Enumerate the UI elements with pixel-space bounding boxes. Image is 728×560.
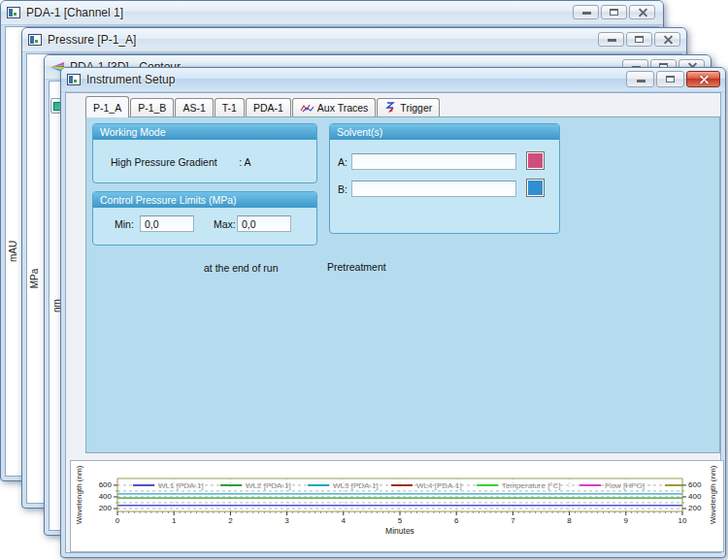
pressure-limits-group: Control Pressure Limits (MPa) Min: Max: xyxy=(92,191,317,246)
minimize-button[interactable] xyxy=(573,5,599,19)
instrument-setup-client: P-1_AP-1_BAS-1T-1PDA-1Aux TracesTrigger … xyxy=(65,92,721,553)
desktop: PDA-1 [Channel 1] mAU Pressure [P-1_A] M… xyxy=(0,0,728,560)
minimize-button[interactable] xyxy=(598,32,624,47)
tab-page-p1a: Working Mode High Pressure Gradient : A … xyxy=(85,116,720,453)
legend-label: WL4 [PDA-1] xyxy=(416,481,462,490)
minimize-button[interactable] xyxy=(626,71,654,87)
instrument-setup-icon xyxy=(67,74,82,85)
chromatogram-window-icon xyxy=(28,34,43,46)
titlebar-pda1-channel1[interactable]: PDA-1 [Channel 1] xyxy=(1,1,663,25)
maximize-button[interactable] xyxy=(626,32,652,47)
close-button[interactable] xyxy=(629,5,655,19)
tab-label: P-1_B xyxy=(138,102,166,114)
tab-p-1-b[interactable]: P-1_B xyxy=(130,98,174,116)
x-tick-label: 4 xyxy=(342,516,347,525)
tab-aux-traces[interactable]: Aux Traces xyxy=(292,98,377,116)
y-tick-label-right: 400 xyxy=(688,492,702,501)
close-button[interactable] xyxy=(654,32,680,47)
y-tick-label-right: 200 xyxy=(688,504,702,512)
min-pressure-input[interactable] xyxy=(140,215,194,232)
program-preview-pane: 012345678910200200400400600600WL1 [PDA-1… xyxy=(70,460,724,552)
legend-label: Flow [HPG] xyxy=(605,481,645,490)
tab-pda-1[interactable]: PDA-1 xyxy=(246,98,291,116)
tab-label: T-1 xyxy=(222,102,237,114)
x-tick-label: 6 xyxy=(454,516,459,525)
tab-t-1[interactable]: T-1 xyxy=(215,98,245,116)
chromatogram-window-icon xyxy=(7,7,21,18)
x-tick-label: 5 xyxy=(398,516,403,525)
min-label: Min: xyxy=(115,218,134,230)
x-tick-label: 2 xyxy=(228,516,233,525)
x-tick-label: 8 xyxy=(567,516,572,525)
tab-p-1-a[interactable]: P-1_A xyxy=(85,96,129,117)
solvent-a-input[interactable] xyxy=(351,153,516,170)
y-axis-title-left: Wavelength (nm) xyxy=(75,465,83,524)
x-tick-label: 9 xyxy=(624,516,629,525)
titlebar-pressure[interactable]: Pressure [P-1_A] xyxy=(22,28,686,52)
tab-label: AS-1 xyxy=(182,102,205,114)
y-axis-label: mAU xyxy=(8,241,18,262)
tab-label: Aux Traces xyxy=(317,102,369,114)
window-title: PDA-1 [Channel 1] xyxy=(26,6,123,19)
working-mode-group: Working Mode High Pressure Gradient : A xyxy=(92,123,317,183)
trigger-icon xyxy=(384,102,397,114)
y-tick-label-left: 200 xyxy=(99,504,113,512)
y-tick-label-right: 600 xyxy=(688,480,702,489)
window-title: Pressure [P-1_A] xyxy=(48,33,136,47)
tab-label: P-1_A xyxy=(93,102,121,114)
solvent-b-color-swatch[interactable] xyxy=(526,179,545,197)
setup-tab-strip: P-1_AP-1_BAS-1T-1PDA-1Aux TracesTrigger xyxy=(85,96,441,116)
max-pressure-input[interactable] xyxy=(237,215,291,232)
x-tick-label: 1 xyxy=(172,516,177,525)
x-tick-label: 7 xyxy=(511,516,515,525)
working-mode-label: High Pressure Gradient xyxy=(111,156,217,168)
solvent-b-input[interactable] xyxy=(351,181,516,197)
solvent-a-label: A: xyxy=(338,156,347,168)
y-tick-label-left: 600 xyxy=(99,480,113,489)
program-preview-chart: 012345678910200200400400600600WL1 [PDA-1… xyxy=(71,461,723,551)
aux-traces-icon xyxy=(300,103,314,113)
solvents-group: Solvent(s) A: B: xyxy=(329,123,560,234)
group-title: Working Mode xyxy=(93,124,316,140)
x-tick-label: 3 xyxy=(284,516,289,525)
max-label: Max: xyxy=(214,218,236,230)
legend-label: WL3 [PDA-1] xyxy=(333,481,379,490)
solvent-a-color-swatch[interactable] xyxy=(526,151,545,170)
maximize-button[interactable] xyxy=(656,71,684,87)
legend-label: Temperature [°C] xyxy=(502,481,561,490)
group-title: Control Pressure Limits (MPa) xyxy=(93,192,316,208)
window-instrument-setup: Instrument Setup P-1_AP-1_BAS-1T-1PDA-1A… xyxy=(60,67,726,558)
window-title: Instrument Setup xyxy=(86,73,175,86)
maximize-button[interactable] xyxy=(601,5,627,19)
x-axis-title: Minutes xyxy=(385,526,414,536)
y-axis-label: MPa xyxy=(29,269,40,289)
legend-label: WL1 [PDA-1] xyxy=(158,481,204,490)
working-mode-value: : A xyxy=(239,156,250,168)
tab-trigger[interactable]: Trigger xyxy=(377,98,440,116)
y-tick-label-left: 400 xyxy=(99,492,113,501)
tab-as-1[interactable]: AS-1 xyxy=(175,98,213,116)
tab-label: PDA-1 xyxy=(253,102,283,114)
y-axis-title-right: Wavelength (nm) xyxy=(709,465,717,524)
x-tick-label: 0 xyxy=(116,516,120,525)
tab-label: Trigger xyxy=(400,102,432,114)
pretreatment-label: Pretreatment xyxy=(327,261,386,273)
legend-label: WL2 [PDA-1] xyxy=(246,481,291,490)
x-tick-label: 10 xyxy=(678,516,687,525)
solvent-b-label: B: xyxy=(338,183,347,195)
close-button[interactable] xyxy=(686,71,720,87)
end-of-run-text: at the end of run xyxy=(204,262,278,274)
group-title: Solvent(s) xyxy=(330,124,559,140)
